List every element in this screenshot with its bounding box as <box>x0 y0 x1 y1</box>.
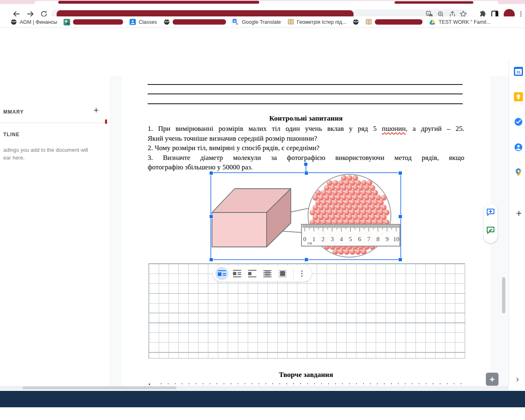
bookmark-redacted-1[interactable] <box>64 19 123 25</box>
suggest-edits-icon[interactable] <box>486 226 495 235</box>
docs-header: Copy of Лабораторна робота № 3 (фотограф… <box>0 28 525 60</box>
redacted-tab-title <box>58 1 259 4</box>
bookmark-geometry[interactable]: Геометрія Істер під... <box>288 19 347 25</box>
blank-answer-line <box>148 103 463 104</box>
resize-handle-se[interactable] <box>398 258 402 262</box>
svg-text:1: 1 <box>313 236 316 242</box>
contacts-icon[interactable] <box>514 143 523 152</box>
horizontal-scrollbar-thumb[interactable] <box>23 386 176 389</box>
resize-handle-nw[interactable] <box>209 171 213 175</box>
wrap-inline-icon[interactable] <box>218 269 226 278</box>
break-text-icon[interactable] <box>248 269 256 278</box>
behind-text-icon[interactable] <box>263 269 272 278</box>
svg-text:см: см <box>308 241 312 245</box>
q1-text-a: 1. При вимірюванні розмірів малих тіл од… <box>148 125 382 132</box>
calendar-icon[interactable]: 31 <box>514 67 523 76</box>
svg-text:4: 4 <box>340 236 343 242</box>
docs-toolbar: 100%123Yk <box>0 60 509 77</box>
control-questions-heading: Контрольні запитання <box>148 114 464 123</box>
rotation-handle[interactable] <box>304 162 308 166</box>
quick-action-pill <box>484 204 498 243</box>
resize-handle-w[interactable] <box>209 215 213 219</box>
outline-label: TLINE <box>3 132 20 137</box>
resize-handle-ne[interactable] <box>398 171 402 175</box>
svg-text:9: 9 <box>386 236 389 242</box>
bookmark-google-translate[interactable]: Aa Google Translate <box>233 19 281 25</box>
in-front-of-text-icon[interactable] <box>278 269 287 278</box>
molecule-figure: 012345678910см <box>211 173 400 259</box>
bookmark-test-work[interactable]: TEST WORK " Famil... <box>429 19 490 25</box>
creative-task-heading: Творче завдання <box>148 370 464 379</box>
svg-text:3: 3 <box>331 236 334 242</box>
blank-answer-line <box>148 94 463 94</box>
browser-toolbar: Aa <box>0 4 525 16</box>
tasks-icon[interactable] <box>514 117 523 126</box>
question3-line1: 3. Визначте діаметр молекули за фотограф… <box>148 153 464 163</box>
side-panel-add-icon[interactable]: + <box>516 208 522 219</box>
maps-icon[interactable] <box>514 168 523 177</box>
svg-text:5: 5 <box>349 236 352 242</box>
bookmark-globe-only[interactable] <box>353 19 359 25</box>
svg-text:A: A <box>427 12 429 15</box>
image-favicon <box>64 19 70 25</box>
wrap-text-icon[interactable] <box>233 269 241 278</box>
add-comment-icon[interactable] <box>486 208 495 217</box>
outline-marker <box>105 119 107 124</box>
book-icon <box>288 19 294 25</box>
screen: Aa AGM | Финансы Classes Aa <box>0 0 525 420</box>
keep-icon[interactable] <box>514 92 523 101</box>
outline-hint-line2: ear here. <box>3 155 25 161</box>
redacted-tab-extra <box>395 1 473 4</box>
sparkle-assist-button[interactable] <box>486 372 499 386</box>
image-options-toolbar <box>213 265 312 282</box>
bookmark-label: Геометрія Істер під... <box>297 19 347 25</box>
ruler: 012345678910см <box>301 224 400 246</box>
workspace-side-panel <box>509 28 525 386</box>
globe-icon <box>353 19 359 25</box>
book-icon <box>365 19 372 25</box>
bookmark-classes[interactable]: Classes <box>130 19 157 25</box>
bookmark-agm[interactable]: AGM | Финансы <box>11 19 57 25</box>
resize-handle-sw[interactable] <box>209 258 213 262</box>
bookmark-redacted-2[interactable] <box>164 19 226 25</box>
rotation-line <box>306 166 306 172</box>
question2: 2. Чому розміри тіл, виміряні у спосіб р… <box>148 143 464 153</box>
translate-icon: Aa <box>233 19 239 25</box>
bookmark-label: Classes <box>139 19 157 25</box>
redacted-bookmark-label <box>375 19 422 25</box>
selected-image[interactable]: 012345678910см <box>210 172 401 260</box>
bookmarks-bar: AGM | Финансы Classes Aa Google Translat… <box>0 16 525 28</box>
toolbar-divider <box>293 269 294 278</box>
svg-text:0: 0 <box>303 236 306 242</box>
resize-handle-e[interactable] <box>398 215 402 219</box>
windows-taskbar: УКР 17:56 30.09.2022 1 <box>0 391 525 407</box>
clipped-text-fragments <box>161 383 463 384</box>
svg-text:8: 8 <box>377 236 380 242</box>
svg-text:10: 10 <box>393 236 399 242</box>
svg-text:31: 31 <box>516 70 520 74</box>
resize-handle-n[interactable] <box>304 171 308 175</box>
outline-panel: MMARY + TLINE adings you add to the docu… <box>0 76 110 386</box>
classes-icon <box>130 19 136 25</box>
panel-divider <box>0 123 110 123</box>
q1-misspelled-word: пшонин <box>382 125 406 132</box>
question1-line1: 1. При вимірюванні розмірів малих тіл од… <box>148 124 464 134</box>
document-scrollbar-thumb[interactable] <box>502 277 505 313</box>
summary-label: MMARY <box>3 109 24 115</box>
tab-strip <box>0 0 525 4</box>
svg-text:6: 6 <box>358 236 361 242</box>
bookmark-label: TEST WORK " Famil... <box>438 19 490 25</box>
svg-text:2: 2 <box>322 236 325 242</box>
more-options-icon[interactable] <box>298 269 306 278</box>
blank-answer-line <box>148 84 463 85</box>
side-panel-expand-icon[interactable]: › <box>516 374 519 385</box>
add-summary-button[interactable]: + <box>94 105 99 116</box>
globe-icon <box>164 19 170 25</box>
svg-text:a: a <box>236 22 237 25</box>
outline-hint-line1: adings you add to the document will <box>3 147 88 153</box>
resize-handle-s[interactable] <box>304 258 308 262</box>
globe-icon <box>11 19 17 25</box>
bookmark-redacted-3[interactable] <box>365 19 422 25</box>
bookmark-label: AGM | Финансы <box>20 19 57 25</box>
question1-line2: Який учень точніше визначив середній роз… <box>148 134 464 144</box>
